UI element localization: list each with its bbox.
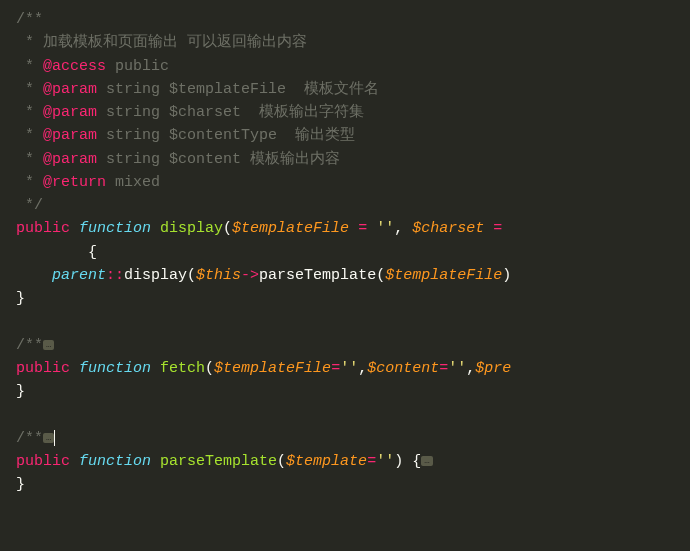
paren: (: [187, 267, 196, 284]
param-content: $content: [367, 360, 439, 377]
doc-star: *: [16, 81, 43, 98]
arrow-op: ->: [241, 267, 259, 284]
doc-star: *: [16, 104, 43, 121]
brace-close: }: [16, 383, 25, 400]
brace-open: {: [88, 244, 97, 261]
code-editor[interactable]: /** * 加载模板和页面输出 可以返回输出内容 * @access publi…: [0, 8, 690, 496]
string-empty: '': [376, 220, 394, 237]
comma: ,: [466, 360, 475, 377]
doc-star: *: [16, 151, 43, 168]
doc-text: mixed: [106, 174, 160, 191]
doc-text: string $templateFile 模板文件名: [97, 81, 379, 98]
equals: =: [439, 360, 448, 377]
doc-text: public: [106, 58, 169, 75]
doc-tag-param: @param: [43, 127, 97, 144]
keyword-public: public: [16, 453, 70, 470]
fold-marker-icon[interactable]: …: [421, 456, 432, 466]
keyword-function: function: [79, 453, 151, 470]
brace-close: }: [16, 290, 25, 307]
param-templatefile: $templateFile: [232, 220, 349, 237]
paren: (: [277, 453, 286, 470]
paren: ): [502, 267, 511, 284]
equals: =: [484, 220, 511, 237]
equals: =: [331, 360, 340, 377]
param-template: $template: [286, 453, 367, 470]
doc-text: string $content 模板输出内容: [97, 151, 340, 168]
doc-text: 加载模板和页面输出 可以返回输出内容: [43, 34, 307, 51]
fold-marker-icon[interactable]: …: [43, 433, 54, 443]
fold-marker-icon[interactable]: …: [43, 340, 54, 350]
param-templatefile: $templateFile: [214, 360, 331, 377]
doc-text: string $contentType 输出类型: [97, 127, 355, 144]
function-name-parsetemplate: parseTemplate: [160, 453, 277, 470]
keyword-function: function: [79, 360, 151, 377]
comma: ,: [394, 220, 412, 237]
var-this: $this: [196, 267, 241, 284]
doc-star: *: [16, 127, 43, 144]
text-cursor: [54, 430, 55, 446]
var-templatefile: $templateFile: [385, 267, 502, 284]
string-empty: '': [340, 360, 358, 377]
doc-star: *: [16, 174, 43, 191]
doc-star: *: [16, 34, 43, 51]
string-empty: '': [448, 360, 466, 377]
doc-tag-param: @param: [43, 151, 97, 168]
call-parsetemplate: parseTemplate: [259, 267, 376, 284]
doc-star: *: [16, 58, 43, 75]
doc-tag-param: @param: [43, 81, 97, 98]
keyword-parent: parent: [52, 267, 106, 284]
doc-tag-access: @access: [43, 58, 106, 75]
doc-text: string $charset 模板输出字符集: [97, 104, 364, 121]
docblock-open: /**: [16, 337, 43, 354]
paren: ): [394, 453, 403, 470]
call-display: display: [124, 267, 187, 284]
string-empty: '': [376, 453, 394, 470]
keyword-public: public: [16, 220, 70, 237]
scope-op: ::: [106, 267, 124, 284]
docblock-close: */: [16, 197, 43, 214]
equals: =: [367, 453, 376, 470]
paren: (: [205, 360, 214, 377]
paren: (: [376, 267, 385, 284]
function-name-display: display: [160, 220, 223, 237]
param-charset: $charset: [412, 220, 484, 237]
docblock-open: /**: [16, 11, 43, 28]
keyword-public: public: [16, 360, 70, 377]
keyword-function: function: [79, 220, 151, 237]
param-pre: $pre: [475, 360, 511, 377]
doc-tag-param: @param: [43, 104, 97, 121]
equals: =: [349, 220, 376, 237]
comma: ,: [358, 360, 367, 377]
doc-tag-return: @return: [43, 174, 106, 191]
paren: (: [223, 220, 232, 237]
brace-close: }: [16, 476, 25, 493]
docblock-open: /**: [16, 430, 43, 447]
brace-open: {: [403, 453, 421, 470]
function-name-fetch: fetch: [160, 360, 205, 377]
